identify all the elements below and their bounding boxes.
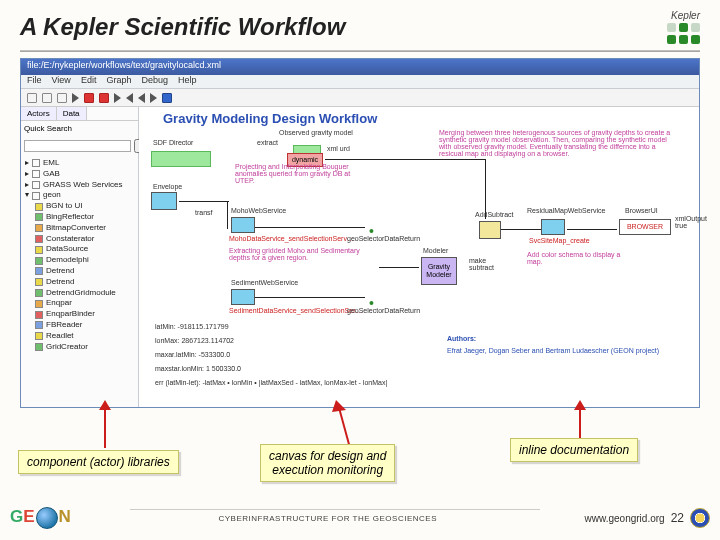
tree-item[interactable]: Detrend — [46, 277, 74, 288]
merging-text: Merging between three heterogenous sourc… — [439, 129, 679, 157]
footer: GEN CYBERINFRASTRUCTURE FOR THE GEOSCIEN… — [0, 496, 720, 540]
workflow-canvas[interactable]: Gravity Modeling Design Workflow SDF Dir… — [139, 107, 699, 407]
menu-bar[interactable]: File View Edit Graph Debug Help — [21, 75, 699, 89]
svg-marker-3 — [332, 400, 346, 412]
globe-icon — [36, 507, 58, 529]
sediment-actor[interactable] — [231, 289, 255, 305]
menu-view[interactable]: View — [52, 75, 71, 88]
param-3: maxstar.lonMin: 1 500330.0 — [155, 365, 241, 372]
app-window: file:/E:/nykepler/workflows/text/gravity… — [20, 58, 700, 408]
sdf-director-label: SDF Director — [153, 139, 193, 146]
highlight-rect — [151, 151, 211, 167]
pause-icon[interactable] — [84, 93, 94, 103]
search-input[interactable] — [24, 140, 131, 152]
toolbar[interactable] — [21, 89, 699, 107]
magnify-icon[interactable] — [27, 93, 37, 103]
addsub-actor[interactable] — [479, 221, 501, 239]
residmap-label: ResidualMapWebService — [527, 207, 605, 214]
xml-output-label: xmlOutput true — [675, 215, 715, 229]
menu-edit[interactable]: Edit — [81, 75, 97, 88]
residmap-actor[interactable] — [541, 219, 565, 235]
callout-inline-doc: inline documentation — [510, 438, 638, 462]
modeler-label: Modeler — [423, 247, 448, 254]
extract-label: extract — [257, 139, 278, 146]
step-back-icon[interactable] — [126, 93, 133, 103]
tree-item[interactable]: Demodelphi — [46, 255, 89, 266]
tree-eml[interactable]: EML — [43, 158, 59, 169]
menu-file[interactable]: File — [27, 75, 42, 88]
extracting-text: Extracting gridded Moho and Sedimentary … — [229, 247, 369, 261]
slide-title: A Kepler Scientific Workflow — [20, 13, 345, 41]
stop-icon[interactable] — [99, 93, 109, 103]
page-number: 22 — [671, 511, 684, 525]
xml-urd-label: xml urd — [327, 145, 350, 152]
tree-item[interactable]: DetrendGridmodule — [46, 288, 116, 299]
geon-g: G — [10, 507, 23, 526]
svc-create-label: SvcSiteMap_create — [529, 237, 590, 244]
projecting-text: Projecting and Interpolating Bouguer ano… — [235, 163, 365, 184]
moho-service-label: MohoDataService_sendSelectionServ… — [229, 235, 354, 242]
tree-item[interactable]: BingReflector — [46, 212, 94, 223]
menu-graph[interactable]: Graph — [106, 75, 131, 88]
tab-actors[interactable]: Actors — [21, 107, 57, 120]
moho-actor[interactable] — [231, 217, 255, 233]
callout-canvas: canvas for design and execution monitori… — [260, 444, 395, 482]
geon-logo: GEN — [10, 507, 71, 529]
nsf-logo-icon — [690, 508, 710, 528]
tree-item[interactable]: BitmapConverter — [46, 223, 106, 234]
authors-header: Authors: — [447, 335, 476, 342]
geo-selector-label: geoSelectorDataReturn — [347, 307, 420, 314]
tree-item[interactable]: GridCreator — [46, 342, 88, 353]
envelope-label: Envelope — [153, 183, 182, 190]
tree-item[interactable]: Readlet — [46, 331, 74, 342]
step-forward-icon[interactable] — [114, 93, 121, 103]
play-icon[interactable] — [72, 93, 79, 103]
browser-actor[interactable]: BROWSER — [619, 219, 671, 235]
kepler-logo-text: Kepler — [667, 10, 700, 21]
sidebar: Actors Data Quick Search Go ▸EML ▸GAB ▸G… — [21, 107, 139, 407]
observed-model-label: Observed gravity model — [279, 129, 353, 136]
arrow-icon — [330, 400, 370, 450]
canvas-title: Gravity Modeling Design Workflow — [163, 111, 377, 126]
param-0: latMin: -918115.171799 — [155, 323, 229, 330]
tree-item[interactable]: Enqpar — [46, 298, 72, 309]
kepler-logo: Kepler — [667, 10, 700, 44]
param-2: maxar.latMin: -533300.0 — [155, 351, 230, 358]
tree-geon[interactable]: geon — [43, 190, 61, 201]
sidebar-tabs[interactable]: Actors Data — [21, 107, 138, 121]
callout-canvas-l1: canvas for design and — [269, 449, 386, 463]
back-icon[interactable] — [138, 93, 145, 103]
tree-item[interactable]: FBReader — [46, 320, 82, 331]
svg-marker-1 — [99, 400, 111, 410]
tree-item[interactable]: DataSource — [46, 244, 88, 255]
browser-label: BrowserUI — [625, 207, 658, 214]
save-icon[interactable] — [162, 93, 172, 103]
tree-item[interactable]: BGN to UI — [46, 201, 82, 212]
geon-e: E — [23, 507, 34, 526]
tree-item[interactable]: EnqparBinder — [46, 309, 95, 320]
forward-icon[interactable] — [150, 93, 157, 103]
tree-item[interactable]: Constaterator — [46, 234, 94, 245]
footer-url: www.geongrid.org — [585, 513, 665, 524]
callout-components: component (actor) libraries — [18, 450, 179, 474]
transf-label: transf — [195, 209, 213, 216]
authors-text: Efrat Jaeger, Dogan Seber and Bertram Lu… — [447, 347, 659, 354]
menu-help[interactable]: Help — [178, 75, 197, 88]
menu-debug[interactable]: Debug — [141, 75, 168, 88]
tab-data[interactable]: Data — [57, 107, 87, 120]
envelope-actor[interactable] — [151, 192, 177, 210]
title-underline — [20, 50, 700, 52]
gravity-modeler-actor[interactable]: Gravity Modeler — [421, 257, 457, 285]
sediment-service-label: SedimentDataService_sendSelectionSer… — [229, 307, 362, 314]
callout-canvas-l2: execution monitoring — [272, 463, 383, 477]
geo-selector-label: geoSelectorDataReturn — [347, 235, 420, 242]
addsub-label: AddSubtract — [475, 211, 514, 218]
svg-marker-5 — [574, 400, 586, 410]
magnify-out-icon[interactable] — [42, 93, 52, 103]
component-tree[interactable]: ▸EML ▸GAB ▸GRASS Web Services ▾geon BGN … — [21, 156, 138, 407]
tree-gab[interactable]: GAB — [43, 169, 60, 180]
tree-item[interactable]: Detrend — [46, 266, 74, 277]
param-4: err (latMin-let): -latMax • lonMin • |la… — [155, 379, 387, 386]
tree-grass[interactable]: GRASS Web Services — [43, 180, 122, 191]
fit-icon[interactable] — [57, 93, 67, 103]
